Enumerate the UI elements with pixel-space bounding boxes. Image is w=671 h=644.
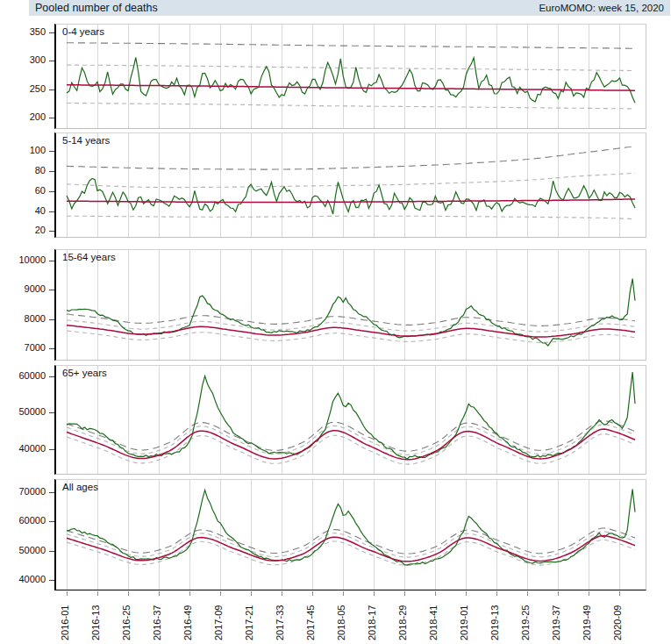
y-tick-mark [49,492,54,493]
x-tick-mark [558,591,559,596]
y-tick-label: 40000 [0,443,46,454]
substantial-increase-threshold-line [67,147,635,169]
y-tick-mark [49,89,54,90]
y-tick-label: 40 [0,205,46,216]
y-tick-label: 350 [0,26,46,37]
panel-plot-svg [56,366,646,474]
y-tick-label: 60 [0,185,46,196]
y-tick-label: 40000 [0,574,46,584]
panel-plot-svg [56,480,646,590]
chart-panel-65-years: 65+ years [54,365,646,475]
page-title: Pooled number of deaths [35,2,158,14]
header-bar: Pooled number of deaths EuroMOMO: week 1… [29,0,670,16]
y-tick-mark [49,231,54,232]
x-tick-label: 2017-33 [275,598,285,640]
z-score-upper-line [67,173,635,187]
y-tick-mark [49,580,54,581]
y-tick-label: 60000 [0,370,46,381]
z-score-upper-line [67,320,635,332]
observed-deaths-line [67,490,635,565]
y-tick-label: 20 [0,225,46,235]
y-tick-label: 100 [0,145,46,155]
x-tick-label: 2016-25 [121,598,132,640]
x-tick-label: 2016-37 [152,598,162,640]
y-tick-label: 10000 [0,254,46,265]
y-tick-mark [49,191,54,192]
y-tick-mark [49,61,54,61]
euromomo-graph-page: Pooled number of deaths EuroMOMO: week 1… [0,0,671,644]
x-tick-mark [189,591,190,596]
x-tick-mark [343,591,344,596]
y-tick-label: 200 [0,111,46,122]
x-tick-mark [312,591,313,596]
y-tick-label: 50000 [0,545,46,555]
panel-plot-svg [56,133,646,237]
x-tick-label: 2017-45 [305,598,316,640]
x-tick-mark [404,591,405,596]
observed-deaths-line [67,279,635,346]
chart-panel-all-ages: All ages [54,479,646,590]
y-tick-label: 70000 [0,486,46,497]
x-tick-label: 2017-21 [244,598,254,640]
chart-panel-15-64-years: 15-64 years [54,249,646,361]
x-tick-label: 2019-25 [520,598,531,640]
x-tick-label: 2019-49 [582,598,592,640]
panel-title: 15-64 years [62,252,116,262]
x-tick-mark [67,591,68,596]
z-score-lower-line [67,216,635,218]
x-tick-label: 2019-01 [459,598,469,640]
panel-title: 65+ years [62,368,107,378]
z-score-upper-line [67,425,635,455]
panel-plot-svg [56,250,646,360]
chart-panel-0-4-years: 0-4 years [54,24,646,129]
observed-deaths-line [67,58,635,104]
y-tick-mark [49,449,54,450]
y-tick-mark [49,290,54,290]
baseline-line [67,85,635,91]
panel-title: 0-4 years [62,26,104,37]
y-tick-mark [49,521,54,522]
y-tick-mark [49,348,54,349]
x-tick-mark [251,591,252,596]
x-tick-label: 2016-01 [60,598,70,640]
x-tick-label: 2018-29 [397,598,408,640]
x-tick-mark [496,591,497,596]
y-tick-label: 300 [0,54,46,65]
y-tick-label: 50000 [0,406,46,417]
y-tick-label: 8000 [0,313,46,324]
x-tick-label: 2019-37 [551,598,561,640]
x-tick-label: 2016-13 [90,598,101,640]
x-tick-label: 2018-17 [367,598,377,640]
x-tick-mark [435,591,436,596]
x-tick-mark [589,591,589,596]
observed-deaths-line [67,178,635,214]
x-tick-mark [159,591,160,596]
y-tick-label: 7000 [0,342,46,353]
observed-deaths-line [67,372,635,459]
x-tick-mark [220,591,221,596]
z-score-upper-line [67,532,635,557]
y-tick-label: 60000 [0,515,46,526]
report-week-label: EuroMOMO: week 15, 2020 [539,3,664,13]
y-tick-mark [49,551,54,552]
x-tick-mark [466,591,467,596]
panel-title: 5-14 years [62,135,110,146]
x-tick-label: 2016-49 [182,598,193,640]
y-tick-label: 9000 [0,283,46,294]
x-tick-mark [619,591,620,596]
x-tick-mark [97,591,98,596]
x-tick-mark [128,591,129,596]
y-tick-label: 80 [0,165,46,175]
chart-panel-5-14-years: 5-14 years [54,132,646,238]
y-tick-mark [49,319,54,320]
x-tick-mark [374,591,375,596]
x-tick-label: 2020-09 [612,598,623,640]
y-tick-mark [49,261,54,261]
baseline-line [67,536,635,562]
x-tick-mark [527,591,528,596]
y-tick-mark [49,151,54,152]
x-tick-label: 2018-41 [428,598,439,640]
y-tick-mark [49,171,54,172]
x-tick-label: 2019-13 [489,598,500,640]
y-tick-mark [49,376,54,377]
